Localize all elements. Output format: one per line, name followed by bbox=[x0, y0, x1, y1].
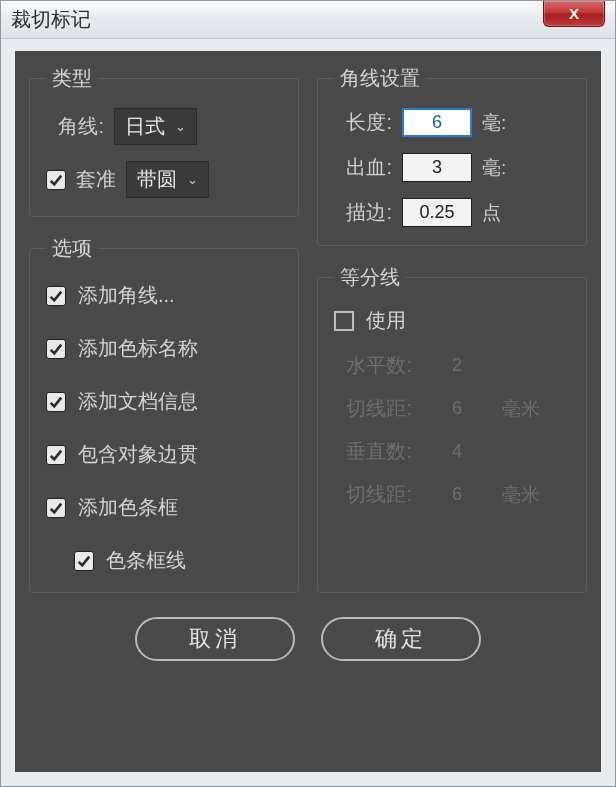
registration-row: 套准 带圆 ⌄ bbox=[46, 161, 282, 198]
check-icon bbox=[49, 501, 63, 515]
dividers-legend: 等分线 bbox=[334, 264, 406, 291]
options-legend: 选项 bbox=[46, 235, 98, 262]
option-label: 添加文档信息 bbox=[78, 388, 198, 415]
divider-setting-row: 切线距:6毫米 bbox=[334, 481, 570, 508]
divider-input: 4 bbox=[422, 438, 492, 465]
option-checkbox[interactable] bbox=[46, 498, 66, 518]
length-row: 长度: 6 毫: bbox=[334, 108, 570, 137]
registration-label: 套准 bbox=[76, 166, 116, 193]
option-label: 添加色条框 bbox=[78, 494, 178, 521]
corner-select[interactable]: 日式 ⌄ bbox=[114, 108, 197, 145]
use-row: 使用 bbox=[334, 307, 570, 334]
option-checkbox[interactable] bbox=[46, 286, 66, 306]
cancel-button[interactable]: 取消 bbox=[135, 617, 295, 661]
option-row: 色条框线 bbox=[74, 547, 282, 574]
option-label: 包含对象边贯 bbox=[78, 441, 198, 468]
check-icon bbox=[49, 395, 63, 409]
divider-input: 2 bbox=[422, 352, 492, 379]
length-input[interactable]: 6 bbox=[402, 108, 472, 137]
option-label: 色条框线 bbox=[106, 547, 186, 574]
length-label: 长度: bbox=[334, 109, 392, 136]
type-group: 类型 角线: 日式 ⌄ 套准 带圆 bbox=[29, 65, 299, 217]
close-button[interactable]: X bbox=[543, 1, 605, 27]
bleed-unit: 毫: bbox=[482, 155, 506, 181]
registration-select-value: 带圆 bbox=[137, 166, 177, 193]
columns: 类型 角线: 日式 ⌄ 套准 带圆 bbox=[29, 65, 587, 593]
options-group: 选项 添加角线...添加色标名称添加文档信息包含对象边贯添加色条框色条框线 bbox=[29, 235, 299, 593]
titlebar: 裁切标记 X bbox=[1, 1, 615, 39]
stroke-label: 描边: bbox=[334, 199, 392, 226]
bleed-label: 出血: bbox=[334, 154, 392, 181]
cancel-label: 取消 bbox=[189, 624, 241, 654]
corner-label: 角线: bbox=[46, 113, 104, 140]
options-list: 添加角线...添加色标名称添加文档信息包含对象边贯添加色条框色条框线 bbox=[46, 282, 282, 574]
divider-label: 水平数: bbox=[334, 352, 412, 379]
option-row: 添加色标名称 bbox=[46, 335, 282, 362]
type-legend: 类型 bbox=[46, 65, 98, 92]
use-checkbox[interactable] bbox=[334, 311, 354, 331]
dialog-window: 裁切标记 X 类型 角线: 日式 ⌄ bbox=[0, 0, 616, 787]
right-column: 角线设置 长度: 6 毫: 出血: 3 毫: 描边: 0.25 点 bbox=[317, 65, 587, 593]
stroke-unit: 点 bbox=[482, 200, 501, 226]
divider-input: 6 bbox=[422, 481, 492, 508]
option-checkbox[interactable] bbox=[46, 392, 66, 412]
registration-select[interactable]: 带圆 ⌄ bbox=[126, 161, 209, 198]
ok-label: 确定 bbox=[375, 624, 427, 654]
divider-setting-row: 水平数:2 bbox=[334, 352, 570, 379]
divider-label: 切线距: bbox=[334, 395, 412, 422]
check-icon bbox=[49, 173, 63, 187]
divider-setting-row: 切线距:6毫米 bbox=[334, 395, 570, 422]
divider-unit: 毫米 bbox=[502, 396, 540, 422]
bleed-row: 出血: 3 毫: bbox=[334, 153, 570, 182]
corner-settings-legend: 角线设置 bbox=[334, 65, 426, 92]
option-label: 添加角线... bbox=[78, 282, 175, 309]
divider-input: 6 bbox=[422, 395, 492, 422]
option-row: 添加色条框 bbox=[46, 494, 282, 521]
stroke-input[interactable]: 0.25 bbox=[402, 198, 472, 227]
divider-setting-row: 垂直数:4 bbox=[334, 438, 570, 465]
check-icon bbox=[49, 342, 63, 356]
corner-select-value: 日式 bbox=[125, 113, 165, 140]
close-icon: X bbox=[569, 5, 579, 22]
corner-row: 角线: 日式 ⌄ bbox=[46, 108, 282, 145]
left-column: 类型 角线: 日式 ⌄ 套准 带圆 bbox=[29, 65, 299, 593]
option-checkbox[interactable] bbox=[46, 339, 66, 359]
chevron-down-icon: ⌄ bbox=[175, 119, 186, 134]
stroke-row: 描边: 0.25 点 bbox=[334, 198, 570, 227]
dividers-group: 等分线 使用 水平数:2切线距:6毫米垂直数:4切线距:6毫米 bbox=[317, 264, 587, 593]
option-row: 包含对象边贯 bbox=[46, 441, 282, 468]
option-row: 添加角线... bbox=[46, 282, 282, 309]
registration-checkbox[interactable] bbox=[46, 170, 66, 190]
divider-label: 切线距: bbox=[334, 481, 412, 508]
chevron-down-icon: ⌄ bbox=[187, 172, 198, 187]
divider-label: 垂直数: bbox=[334, 438, 412, 465]
check-icon bbox=[49, 448, 63, 462]
divider-rows: 水平数:2切线距:6毫米垂直数:4切线距:6毫米 bbox=[334, 352, 570, 508]
check-icon bbox=[77, 554, 91, 568]
window-title: 裁切标记 bbox=[11, 6, 91, 33]
option-row: 添加文档信息 bbox=[46, 388, 282, 415]
dialog-buttons: 取消 确定 bbox=[29, 617, 587, 661]
option-label: 添加色标名称 bbox=[78, 335, 198, 362]
dialog-content: 类型 角线: 日式 ⌄ 套准 带圆 bbox=[15, 51, 601, 772]
corner-settings-group: 角线设置 长度: 6 毫: 出血: 3 毫: 描边: 0.25 点 bbox=[317, 65, 587, 246]
option-checkbox[interactable] bbox=[74, 551, 94, 571]
bleed-input[interactable]: 3 bbox=[402, 153, 472, 182]
use-label: 使用 bbox=[366, 307, 406, 334]
option-checkbox[interactable] bbox=[46, 445, 66, 465]
check-icon bbox=[49, 289, 63, 303]
length-unit: 毫: bbox=[482, 110, 506, 136]
ok-button[interactable]: 确定 bbox=[321, 617, 481, 661]
divider-unit: 毫米 bbox=[502, 482, 540, 508]
